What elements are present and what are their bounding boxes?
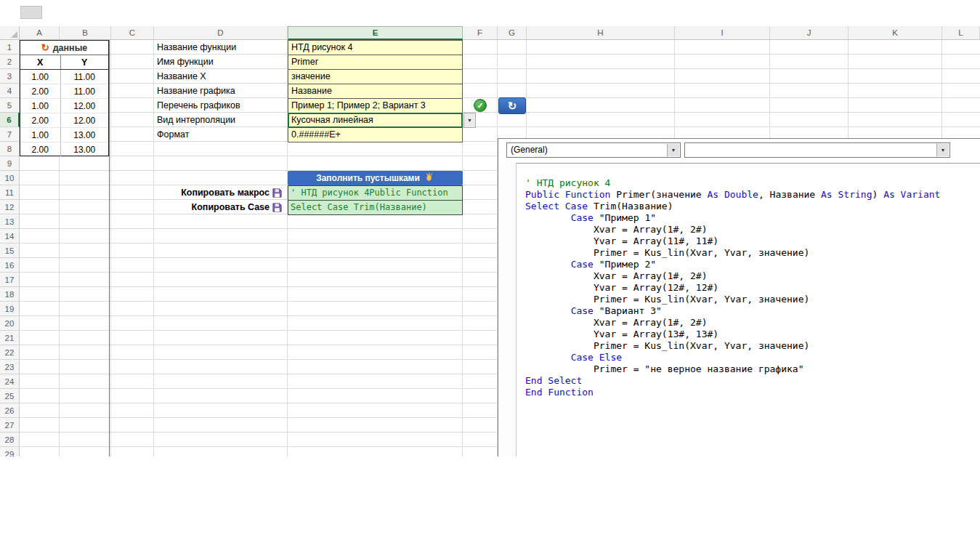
code-line: Xvar = Array(1#, 2#) (525, 317, 980, 329)
row-header-15[interactable]: 15 (0, 244, 20, 258)
column-header-F[interactable]: F (463, 26, 498, 40)
table-cell-x[interactable]: 2.00 (20, 142, 60, 156)
row-header-20[interactable]: 20 (0, 316, 20, 331)
table-cell-y[interactable]: 12.00 (60, 99, 108, 113)
field-value-cell[interactable]: Primer (288, 55, 463, 70)
column-header-E[interactable]: E (288, 26, 463, 40)
data-table-title-row[interactable]: ↻ данные (20, 41, 108, 55)
row-header-28[interactable]: 28 (0, 433, 20, 447)
check-glyph: ✓ (477, 101, 483, 110)
table-cell-y[interactable]: 11.00 (60, 84, 108, 98)
table-row: 2.0013.00 (20, 142, 108, 157)
refresh-button[interactable]: ↻ (498, 97, 526, 114)
row-header-2[interactable]: 2 (0, 55, 20, 69)
row-header-7[interactable]: 7 (0, 127, 20, 142)
field-value-cell[interactable]: Название (288, 84, 463, 99)
row-header-17[interactable]: 17 (0, 273, 20, 287)
data-table-header-x[interactable]: X (20, 55, 60, 69)
code-keyword: Public Function (525, 189, 610, 200)
field-value-cell[interactable]: Пример 1; Пример 2; Вариант 3 (288, 98, 463, 113)
macro-preview-cell[interactable]: ' НТД рисунок 4Public Function (288, 185, 463, 201)
code-keyword: Select Case (525, 201, 588, 212)
chevron-down-icon[interactable]: ▼ (667, 144, 679, 156)
table-cell-y[interactable]: 11.00 (60, 70, 108, 84)
code-keyword: String (838, 189, 872, 200)
row-header-5[interactable]: 5 (0, 98, 20, 113)
row-header-22[interactable]: 22 (0, 345, 20, 360)
row-header-24[interactable]: 24 (0, 374, 20, 389)
save-floppy-icon[interactable] (272, 203, 282, 212)
gridline (153, 40, 154, 457)
code-line: End Select (525, 375, 980, 387)
row-header-1[interactable]: 1 (0, 40, 20, 55)
field-value-cell[interactable]: НТД рисунок 4 (288, 40, 463, 55)
column-header-K[interactable]: K (849, 26, 942, 40)
table-cell-x[interactable]: 2.00 (20, 113, 60, 127)
row-header-29[interactable]: 29 (0, 447, 20, 457)
table-cell-x[interactable]: 1.00 (20, 99, 60, 113)
field-value-cell[interactable]: значение (288, 69, 463, 84)
column-header-I[interactable]: I (675, 26, 770, 40)
field-label: Название X (157, 69, 285, 84)
row-header-4[interactable]: 4 (0, 84, 20, 98)
chevron-down-icon[interactable]: ▼ (936, 144, 949, 156)
case-preview-cell[interactable]: Select Case Trim(Название) (288, 200, 463, 215)
field-value-cell[interactable]: Кусочная линейная (288, 113, 463, 128)
row-header-3[interactable]: 3 (0, 69, 20, 84)
code-text (895, 189, 901, 200)
row-header-11[interactable]: 11 (0, 185, 20, 200)
column-header-D[interactable]: D (154, 26, 288, 40)
save-floppy-icon[interactable] (272, 188, 282, 198)
dropdown-button[interactable]: ▼ (463, 113, 476, 128)
vba-procedure-combo[interactable]: ▼ (684, 142, 950, 158)
vba-object-combo[interactable]: (General) ▼ (506, 142, 681, 158)
row-header-12[interactable]: 12 (0, 200, 20, 214)
vba-code-editor[interactable]: ' НТД рисунок 4Public Function Primer(зн… (525, 177, 980, 457)
column-header-A[interactable]: A (20, 26, 60, 40)
excel-window: ABCDEFGHIJKL 123456789101112131415161718… (0, 0, 980, 551)
code-keyword: As (883, 189, 895, 200)
code-line: Select Case Trim(Название) (525, 201, 980, 212)
row-header-9[interactable]: 9 (0, 156, 20, 171)
code-text (525, 305, 571, 316)
table-cell-y[interactable]: 13.00 (60, 142, 108, 156)
row-header-25[interactable]: 25 (0, 389, 20, 403)
row-header-26[interactable]: 26 (0, 403, 20, 418)
table-cell-x[interactable]: 1.00 (20, 128, 60, 142)
row-header-8[interactable]: 8 (0, 142, 20, 156)
select-all-corner[interactable] (0, 26, 20, 40)
code-line: Xvar = Array(1#, 2#) (525, 270, 980, 282)
chevron-glyph: ▼ (671, 143, 676, 157)
column-header-J[interactable]: J (770, 26, 849, 40)
row-header-6[interactable]: 6 (0, 113, 20, 127)
fill-blanks-button[interactable]: Заполнить пустышками (288, 171, 463, 185)
column-header-C[interactable]: C (111, 26, 154, 40)
table-cell-y[interactable]: 13.00 (60, 128, 108, 142)
row-header-16[interactable]: 16 (0, 258, 20, 273)
row-header-27[interactable]: 27 (0, 418, 20, 433)
column-header-L[interactable]: L (942, 26, 980, 40)
table-cell-x[interactable]: 2.00 (20, 84, 60, 98)
data-table-header-y[interactable]: Y (60, 55, 108, 69)
code-text: "Пример 1" (594, 212, 656, 223)
row-header-14[interactable]: 14 (0, 229, 20, 244)
refresh-data-icon: ↻ (41, 43, 49, 52)
row-header-23[interactable]: 23 (0, 360, 20, 374)
column-header-H[interactable]: H (527, 26, 675, 40)
table-cell-x[interactable]: 1.00 (20, 70, 60, 84)
field-label: Название графика (157, 84, 285, 98)
row-header-10[interactable]: 10 (0, 171, 20, 185)
column-header-B[interactable]: B (60, 26, 111, 40)
copy-macro-text: Копировать макрос (181, 188, 270, 198)
column-header-G[interactable]: G (498, 26, 527, 40)
data-table-title: данные (53, 43, 88, 53)
code-line: Yvar = Array(11#, 11#) (525, 236, 980, 247)
row-header-13[interactable]: 13 (0, 214, 20, 229)
refresh-icon: ↻ (508, 100, 517, 113)
row-header-19[interactable]: 19 (0, 302, 20, 316)
row-header-18[interactable]: 18 (0, 287, 20, 302)
table-cell-y[interactable]: 12.00 (60, 113, 108, 127)
row-header-21[interactable]: 21 (0, 331, 20, 345)
vba-header: (General) ▼ ▼ (498, 139, 980, 164)
field-value-cell[interactable]: 0.######E+ (288, 127, 463, 142)
